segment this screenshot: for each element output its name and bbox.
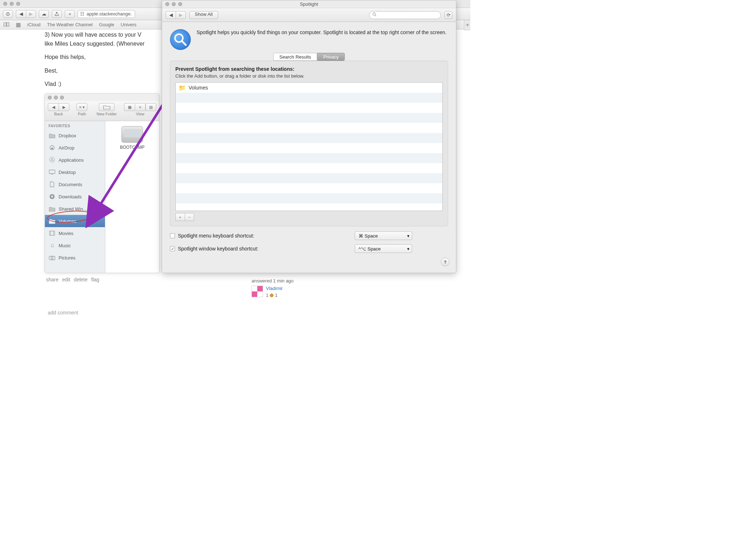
exclude-row[interactable] xyxy=(176,163,442,173)
bronze-badge-icon xyxy=(270,294,273,297)
site-icon: ☷ xyxy=(80,11,84,17)
share-link[interactable]: share xyxy=(46,277,59,282)
bookmark-item[interactable]: Univers xyxy=(121,22,137,27)
answer-text: Hope this helps, xyxy=(45,54,86,60)
exclude-row[interactable] xyxy=(176,93,442,103)
exclude-row[interactable] xyxy=(176,113,442,123)
sidebar-item-label: Music xyxy=(59,243,71,248)
prefs-forward-button[interactable]: ▶ xyxy=(176,11,186,19)
address-bar[interactable]: ☷ apple.stackexchange. xyxy=(78,10,135,18)
folder-icon: Ⓐ xyxy=(49,157,56,163)
new-tab-button[interactable]: ＋ xyxy=(65,10,75,18)
exclude-row[interactable]: 📁Volumes xyxy=(176,83,442,93)
exclude-row[interactable] xyxy=(176,153,442,163)
user-avatar[interactable] xyxy=(252,286,263,297)
menu-shortcut-select[interactable]: ⌘ Space ▾ xyxy=(355,231,412,240)
new-tab-plus[interactable]: ＋ xyxy=(464,20,470,30)
folder-icon xyxy=(49,169,56,175)
spotlight-title: Spotlight xyxy=(162,1,456,7)
flag-link[interactable]: flag xyxy=(91,277,100,282)
drive-label: BOOTCAMP xyxy=(120,145,145,150)
exclude-row[interactable] xyxy=(176,183,442,193)
sidebar-item-label: Downloads xyxy=(59,194,82,199)
finder-view-columns: ▥ xyxy=(146,103,156,111)
exclude-row[interactable] xyxy=(176,123,442,133)
finder-forward-button: ▶ xyxy=(59,103,69,111)
toolbar-label: Back xyxy=(54,112,63,116)
sidebar-item-label: Pictures xyxy=(59,255,75,261)
help-button[interactable]: ? xyxy=(441,258,450,266)
finder-close-button xyxy=(48,96,52,100)
finder-screenshot: ◀ ▶ Back ≡ ▾ Path New Folder ▦ ≡ ▥ xyxy=(45,93,160,273)
sidebar-item-label: AirDrop xyxy=(59,145,74,151)
svg-rect-6 xyxy=(50,231,55,235)
forward-button[interactable]: ▶ xyxy=(26,10,36,18)
show-all-button[interactable]: Show All xyxy=(189,11,218,19)
answer-text: 3) Now you will have access to your V xyxy=(45,32,141,38)
tab-privacy[interactable]: Privacy xyxy=(317,53,345,61)
spotlight-icon xyxy=(170,29,191,50)
sidebar-item-movies: Movies xyxy=(45,227,105,239)
icloud-button[interactable]: ☁ xyxy=(39,10,49,18)
exclude-row[interactable] xyxy=(176,133,442,143)
spotlight-window: Spotlight ◀ ▶ Show All ⟳ Spotlight helps… xyxy=(162,0,456,273)
sidebar-item-label: Dropbox xyxy=(59,133,76,138)
window-shortcut-select[interactable]: ^⌥ Space ▾ xyxy=(355,244,412,253)
back-button[interactable]: ◀ xyxy=(16,10,26,18)
reading-list-icon[interactable] xyxy=(4,22,9,28)
exclude-row[interactable] xyxy=(176,143,442,153)
svg-point-10 xyxy=(51,257,53,259)
bookmark-item[interactable]: The Weather Channel xyxy=(47,22,93,27)
remove-location-button[interactable]: − xyxy=(185,213,194,221)
folder-icon xyxy=(49,132,56,139)
window-shortcut-checkbox[interactable]: ✓ xyxy=(170,246,175,251)
edit-link[interactable]: edit xyxy=(62,277,70,282)
exclude-row[interactable] xyxy=(176,203,442,211)
window-shortcut-label: Spotlight window keyboard shortcut: xyxy=(178,246,258,252)
sidebar-item-label: Applications xyxy=(59,157,84,163)
folder-icon xyxy=(49,144,56,151)
chevron-down-icon: ▾ xyxy=(407,246,410,252)
tab-search-results[interactable]: Search Results xyxy=(273,53,317,61)
add-location-button[interactable]: ＋ xyxy=(175,213,185,221)
sidebar-item-desktop: Desktop xyxy=(45,166,105,178)
svg-rect-3 xyxy=(49,170,55,174)
delete-link[interactable]: delete xyxy=(74,277,88,282)
prefs-search-input[interactable] xyxy=(369,11,441,19)
bookmark-item[interactable]: iCloud xyxy=(27,22,41,27)
sidebar-item-music: ♫Music xyxy=(45,239,105,252)
folder-icon xyxy=(49,206,56,212)
svg-line-15 xyxy=(182,41,186,45)
address-text: apple.stackexchange. xyxy=(87,11,132,17)
add-comment-link[interactable]: add comment xyxy=(48,310,78,316)
finder-back-button: ◀ xyxy=(48,103,59,111)
sidebar-item-label: Movies xyxy=(59,231,73,236)
finder-view-list: ≡ xyxy=(135,103,146,111)
answered-time: answered 1 min ago xyxy=(252,278,294,284)
prefs-reload-button[interactable]: ⟳ xyxy=(444,11,452,19)
search-icon xyxy=(372,12,377,18)
menu-shortcut-checkbox[interactable] xyxy=(170,233,175,238)
sidebar-toggle-button[interactable] xyxy=(3,10,13,18)
exclude-list[interactable]: 📁Volumes xyxy=(175,82,443,211)
sidebar-item-downloads: Downloads xyxy=(45,190,105,203)
top-sites-icon[interactable]: ▦ xyxy=(16,22,21,28)
prefs-back-button[interactable]: ◀ xyxy=(166,11,176,19)
toolbar-label: View xyxy=(136,112,144,116)
drive-icon xyxy=(121,126,143,143)
chevron-down-icon: ▾ xyxy=(407,233,410,239)
answer-footer: answered 1 min ago Vladimir 1 1 xyxy=(252,278,294,298)
sidebar-item-label: Documents xyxy=(59,182,82,187)
bookmark-item[interactable]: Google xyxy=(99,22,114,27)
sidebar-item-dropbox: Dropbox xyxy=(45,129,105,142)
exclude-row[interactable] xyxy=(176,103,442,113)
answer-text: like Miles Leacy suggested. (Whenever xyxy=(45,41,144,47)
finder-path-button: ≡ ▾ xyxy=(77,103,87,111)
spotlight-description: Spotlight helps you quickly find things … xyxy=(197,29,447,36)
folder-icon xyxy=(49,230,56,236)
exclude-row[interactable] xyxy=(176,173,442,183)
user-link[interactable]: Vladimir xyxy=(266,286,283,291)
share-button[interactable] xyxy=(52,10,62,18)
exclude-row[interactable] xyxy=(176,193,442,203)
sidebar-item-label: Desktop xyxy=(59,170,76,175)
